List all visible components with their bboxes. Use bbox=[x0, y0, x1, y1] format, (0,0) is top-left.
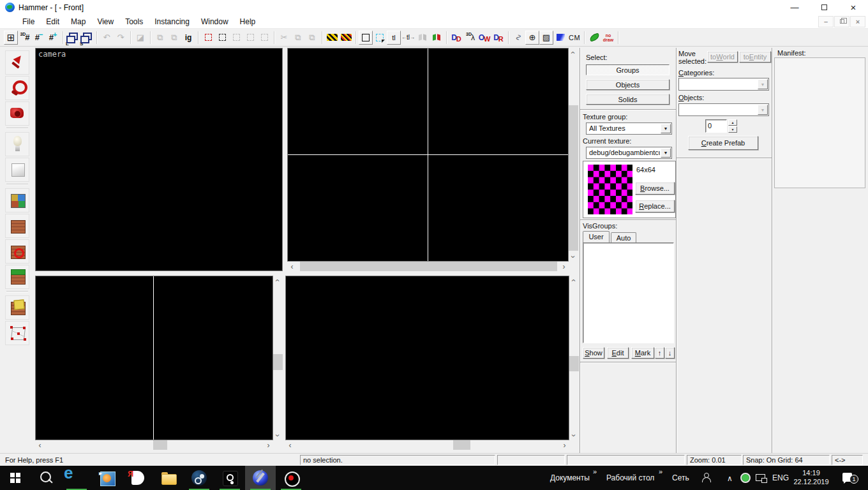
tray-documents-toolbar[interactable]: Документы bbox=[550, 473, 590, 482]
no-draw-icon[interactable]: nodraw bbox=[601, 31, 615, 45]
paste-icon[interactable]: ⧉ bbox=[305, 31, 319, 45]
tab-visgroups-user[interactable]: User bbox=[583, 231, 610, 243]
visgroups-list[interactable] bbox=[583, 242, 674, 343]
menu-item-instancing[interactable]: Instancing bbox=[149, 15, 195, 28]
visgroup-show-button[interactable]: Show bbox=[583, 347, 604, 359]
ungroup-icon[interactable]: ⧉ bbox=[167, 31, 181, 45]
viewport-2d-bottom-left[interactable] bbox=[35, 276, 273, 440]
cut-icon[interactable]: ✂ bbox=[277, 31, 291, 45]
toggle-detail-dd-icon[interactable]: DD bbox=[449, 31, 463, 45]
taskbar-edge-icon[interactable]: e bbox=[61, 466, 92, 490]
objects-dropdown[interactable]: ▼ bbox=[678, 103, 769, 116]
hscrollbar-bottom-left[interactable]: ‹ › bbox=[35, 440, 273, 450]
scroll-left-icon[interactable]: ‹ bbox=[287, 262, 297, 271]
clock[interactable]: 14:19 22.12.2019 bbox=[791, 468, 831, 486]
carve-icon[interactable]: ◪ bbox=[133, 31, 147, 45]
taskbar-yandex-icon[interactable]: Я bbox=[123, 466, 153, 490]
block-tool[interactable] bbox=[5, 158, 29, 182]
texture-lock-icon[interactable]: tl bbox=[387, 31, 401, 45]
texture-group-dropdown[interactable]: All Textures ▼ bbox=[586, 122, 672, 135]
scroll-left-icon[interactable]: ‹ bbox=[285, 440, 295, 450]
to-world-button[interactable]: toWorld bbox=[707, 51, 738, 63]
restore-button[interactable] bbox=[809, 0, 839, 15]
redo-icon[interactable]: ↷ bbox=[114, 31, 128, 45]
hide-items-hazard-icon[interactable] bbox=[325, 31, 339, 45]
vscrollbar-bottom-left[interactable]: ‹ › bbox=[273, 276, 283, 440]
taskbar-explorer-icon[interactable] bbox=[153, 466, 184, 490]
vertex-tool[interactable] bbox=[5, 321, 29, 345]
grid-smaller-icon[interactable]: #− bbox=[32, 31, 46, 45]
scroll-up-icon[interactable]: ‹ bbox=[273, 276, 283, 285]
scroll-down-icon[interactable]: › bbox=[273, 431, 283, 440]
menu-item-edit[interactable]: Edit bbox=[40, 15, 65, 28]
select-touching-icon[interactable] bbox=[201, 31, 215, 45]
scroll-up-icon[interactable]: ‹ bbox=[569, 48, 578, 57]
select-inside-icon[interactable] bbox=[215, 31, 229, 45]
taskbar-media-player-icon[interactable]: ▸ bbox=[92, 466, 123, 490]
visgroup-edit-button[interactable]: Edit bbox=[607, 347, 629, 359]
selection-box-icon[interactable] bbox=[359, 31, 373, 45]
show-hidden-icon[interactable] bbox=[257, 31, 271, 45]
copy-icon[interactable]: ⧉ bbox=[291, 31, 305, 45]
visgroup-move-down-button[interactable]: ↓ bbox=[665, 347, 675, 359]
scroll-right-icon[interactable]: › bbox=[264, 440, 273, 450]
hide-selected-icon[interactable] bbox=[229, 31, 243, 45]
network-status-icon[interactable] bbox=[756, 474, 766, 482]
displacement-mask-icon[interactable]: ∿ bbox=[511, 31, 525, 45]
fade-distance-icon[interactable] bbox=[553, 31, 567, 45]
tray-network-toolbar[interactable]: Сеть bbox=[672, 473, 689, 482]
apply-decals-tool[interactable] bbox=[5, 239, 29, 264]
grid-3d-icon[interactable]: 3D# bbox=[18, 31, 32, 45]
hscrollbar-top-right[interactable]: ‹ › bbox=[287, 262, 569, 271]
mirror-colored-icon[interactable] bbox=[430, 31, 444, 45]
menu-item-map[interactable]: Map bbox=[65, 15, 91, 28]
group-icon[interactable]: ⧉ bbox=[153, 31, 167, 45]
load-window-state-icon[interactable]: L bbox=[66, 31, 80, 45]
scroll-down-icon[interactable]: › bbox=[569, 252, 578, 262]
mdi-minimize-button[interactable]: – bbox=[818, 16, 834, 27]
current-texture-dropdown[interactable]: debug/debugambientcu ▼ bbox=[586, 147, 672, 159]
mdi-restore-button[interactable] bbox=[834, 16, 849, 27]
ignore-groups-icon[interactable]: ig bbox=[181, 31, 195, 45]
vscrollbar-bottom-right[interactable]: ‹ › bbox=[569, 276, 579, 440]
chevron-down-icon[interactable]: ▼ bbox=[661, 148, 671, 158]
taskbar-steam-icon[interactable] bbox=[184, 466, 214, 490]
menu-item-window[interactable]: Window bbox=[195, 15, 234, 28]
viewport-3d-camera[interactable]: camera bbox=[35, 48, 283, 271]
toggle-overlay-ow-icon[interactable]: OW bbox=[477, 31, 491, 45]
cm-toggle-icon[interactable]: CM bbox=[567, 31, 581, 45]
close-button[interactable]: × bbox=[839, 0, 868, 15]
selection-tool[interactable] bbox=[5, 50, 29, 75]
categories-dropdown[interactable]: ▼ bbox=[678, 78, 769, 91]
hide-unselected-icon[interactable] bbox=[243, 31, 257, 45]
manifest-list[interactable] bbox=[774, 57, 865, 188]
menu-item-tools[interactable]: Tools bbox=[119, 15, 149, 28]
minimize-button[interactable]: — bbox=[780, 0, 809, 15]
tray-documents-chevron[interactable]: » bbox=[593, 468, 597, 475]
undo-icon[interactable]: ↶ bbox=[100, 31, 114, 45]
tray-desktop-toolbar[interactable]: Рабочий стол bbox=[606, 473, 654, 482]
magnify-selection-icon[interactable] bbox=[373, 31, 387, 45]
scroll-right-icon[interactable]: › bbox=[560, 440, 569, 450]
taskbar-steam-game-icon[interactable] bbox=[214, 466, 245, 490]
toggle-detail-dr-icon[interactable]: DR bbox=[491, 31, 505, 45]
taskbar-hammer-icon[interactable] bbox=[245, 466, 276, 490]
hide-unselected-hazard-icon[interactable] bbox=[339, 31, 353, 45]
people-icon[interactable] bbox=[701, 473, 712, 483]
grid-larger-icon[interactable]: #+ bbox=[46, 31, 60, 45]
scroll-left-icon[interactable]: ‹ bbox=[35, 440, 45, 450]
browse-button[interactable]: Browse... bbox=[635, 182, 675, 195]
chevron-down-icon[interactable]: ▼ bbox=[758, 79, 768, 89]
select-objects-button[interactable]: Objects bbox=[586, 79, 670, 90]
toggle-models-2d-icon[interactable]: 3Dλ bbox=[463, 31, 477, 45]
grid-toggle-icon[interactable]: ⊞ bbox=[4, 31, 18, 45]
spinner-up-icon[interactable]: ▲ bbox=[728, 119, 737, 126]
mdi-close-button[interactable]: × bbox=[850, 16, 865, 27]
scroll-right-icon[interactable]: › bbox=[559, 262, 569, 271]
language-indicator[interactable]: ENG bbox=[772, 473, 789, 482]
texture-application-tool[interactable] bbox=[5, 188, 29, 212]
mirror-disabled-icon[interactable] bbox=[415, 31, 430, 45]
entity-tool[interactable] bbox=[5, 132, 29, 156]
magnify-tool[interactable] bbox=[5, 76, 29, 100]
to-entity-button[interactable]: toEntity bbox=[739, 51, 771, 63]
